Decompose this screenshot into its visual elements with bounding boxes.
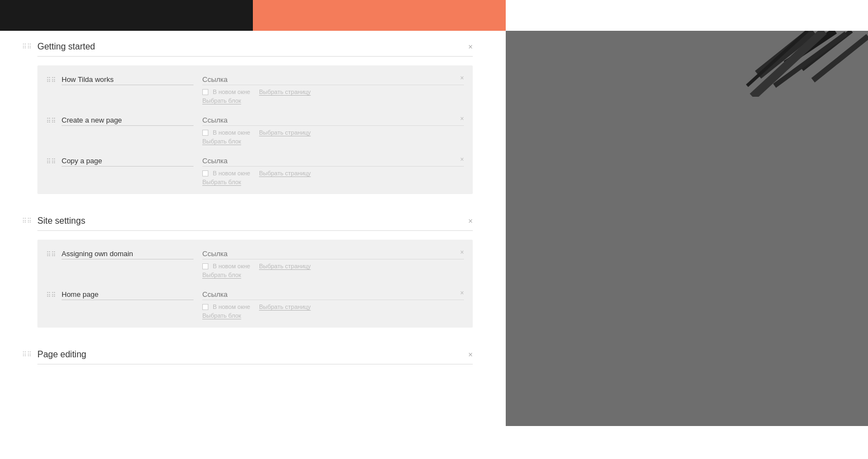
menu-item-label-col (62, 74, 193, 85)
header-right (506, 0, 868, 31)
menu-item-label-col (62, 156, 193, 167)
item-drag-handle[interactable]: ⠿⠿ (46, 248, 57, 258)
menu-item-content: ×В новом окне Выбрать страницуВыбрать бл… (62, 248, 464, 278)
choose-block-button[interactable]: Выбрать блок (202, 138, 464, 145)
new-window-label: В новом окне (213, 170, 250, 176)
choose-page-button[interactable]: Выбрать страницу (259, 263, 311, 269)
menu-item-label-input[interactable] (62, 74, 193, 85)
menu-item: ⠿⠿×В новом окне Выбрать страницуВыбрать … (46, 289, 464, 319)
right-panel (506, 31, 868, 459)
card-site-settings: ⠿⠿×В новом окне Выбрать страницуВыбрать … (37, 240, 473, 328)
section-title-site-settings: Site settings (37, 216, 468, 226)
link-options: В новом окне Выбрать страницу (202, 89, 464, 95)
menu-item-link-input[interactable] (202, 156, 464, 167)
menu-item-link-col: ×В новом окне Выбрать страницуВыбрать бл… (202, 156, 464, 185)
new-window-checkbox[interactable] (202, 170, 208, 176)
header (0, 0, 868, 31)
choose-page-button[interactable]: Выбрать страницу (259, 170, 311, 176)
choose-block-button[interactable]: Выбрать блок (202, 97, 464, 104)
section-drag-handle-page-editing[interactable]: ⠿⠿ (22, 351, 33, 358)
section-header-getting-started: ⠿⠿Getting started× (22, 42, 473, 52)
section-header-site-settings: ⠿⠿Site settings× (22, 216, 473, 226)
section-divider-getting-started (37, 56, 473, 57)
menu-item-link-input[interactable] (202, 289, 464, 300)
menu-item-content: ×В новом окне Выбрать страницуВыбрать бл… (62, 289, 464, 319)
choose-block-button[interactable]: Выбрать блок (202, 272, 464, 278)
section-divider-site-settings (37, 230, 473, 231)
new-window-label: В новом окне (213, 129, 250, 136)
section-group-page-editing: ⠿⠿Page editing× (0, 339, 506, 384)
link-options: В новом окне Выбрать страницу (202, 129, 464, 136)
new-window-checkbox[interactable] (202, 263, 208, 269)
menu-item-link-col: ×В новом окне Выбрать страницуВыбрать бл… (202, 248, 464, 278)
item-drag-handle[interactable]: ⠿⠿ (46, 115, 57, 125)
section-group-getting-started: ⠿⠿Getting started×⠿⠿×В новом окне Выбрат… (0, 31, 506, 205)
section-drag-handle-site-settings[interactable]: ⠿⠿ (22, 217, 33, 225)
menu-item: ⠿⠿×В новом окне Выбрать страницуВыбрать … (46, 74, 464, 104)
card-getting-started: ⠿⠿×В новом окне Выбрать страницуВыбрать … (37, 65, 473, 194)
new-window-label: В новом окне (213, 89, 250, 95)
menu-item-link-col: ×В новом окне Выбрать страницуВыбрать бл… (202, 289, 464, 319)
menu-item-link-input[interactable] (202, 74, 464, 85)
choose-page-button[interactable]: Выбрать страницу (259, 89, 311, 95)
menu-item-label-input[interactable] (62, 248, 193, 259)
choose-block-button[interactable]: Выбрать блок (202, 179, 464, 185)
menu-item-label-col (62, 248, 193, 259)
choose-block-button[interactable]: Выбрать блок (202, 312, 464, 319)
menu-item-content: ×В новом окне Выбрать страницуВыбрать бл… (62, 74, 464, 104)
new-window-label: В новом окне (213, 263, 250, 269)
save-close-button[interactable] (253, 0, 506, 31)
menu-item-content: ×В новом окне Выбрать страницуВыбрать бл… (62, 115, 464, 145)
link-options: В новом окне Выбрать страницу (202, 263, 464, 269)
menu-item: ⠿⠿×В новом окне Выбрать страницуВыбрать … (46, 156, 464, 185)
link-close-icon[interactable]: × (460, 74, 464, 82)
menu-item: ⠿⠿×В новом окне Выбрать страницуВыбрать … (46, 115, 464, 145)
section-header-page-editing: ⠿⠿Page editing× (22, 350, 473, 360)
new-window-checkbox[interactable] (202, 130, 208, 136)
link-close-icon[interactable]: × (460, 115, 464, 123)
menu-item-label-input[interactable] (62, 115, 193, 126)
menu-item-link-input[interactable] (202, 248, 464, 259)
link-close-icon[interactable]: × (460, 289, 464, 297)
menu-item-label-col (62, 289, 193, 300)
link-close-icon[interactable]: × (460, 156, 464, 163)
link-options: В новом окне Выбрать страницу (202, 170, 464, 176)
right-panel-bottom (506, 426, 868, 459)
menu-item-label-input[interactable] (62, 289, 193, 300)
decorative-image (703, 31, 868, 97)
menu-item-link-input[interactable] (202, 115, 464, 126)
choose-page-button[interactable]: Выбрать страницу (259, 129, 311, 136)
menu-item-label-input[interactable] (62, 156, 193, 167)
menu-item-link-col: ×В новом окне Выбрать страницуВыбрать бл… (202, 74, 464, 104)
new-window-checkbox[interactable] (202, 89, 208, 95)
menu-item-link-col: ×В новом окне Выбрать страницуВыбрать бл… (202, 115, 464, 145)
menu-item-content: ×В новом окне Выбрать страницуВыбрать бл… (62, 156, 464, 185)
new-window-label: В новом окне (213, 303, 250, 310)
section-title-page-editing: Page editing (37, 350, 468, 360)
item-drag-handle[interactable]: ⠿⠿ (46, 289, 57, 299)
save-button[interactable] (0, 0, 253, 31)
section-group-site-settings: ⠿⠿Site settings×⠿⠿×В новом окне Выбрать … (0, 205, 506, 339)
menu-item: ⠿⠿×В новом окне Выбрать страницуВыбрать … (46, 248, 464, 278)
left-panel: ⠿⠿Getting started×⠿⠿×В новом окне Выбрат… (0, 31, 506, 459)
new-window-checkbox[interactable] (202, 304, 208, 310)
section-close-page-editing[interactable]: × (468, 350, 473, 359)
choose-page-button[interactable]: Выбрать страницу (259, 303, 311, 310)
menu-item-label-col (62, 115, 193, 126)
main-layout: ⠿⠿Getting started×⠿⠿×В новом окне Выбрат… (0, 31, 868, 459)
item-drag-handle[interactable]: ⠿⠿ (46, 156, 57, 165)
link-close-icon[interactable]: × (460, 248, 464, 256)
section-title-getting-started: Getting started (37, 42, 468, 52)
section-divider-page-editing (37, 364, 473, 364)
link-options: В новом окне Выбрать страницу (202, 303, 464, 310)
section-drag-handle-getting-started[interactable]: ⠿⠿ (22, 43, 33, 51)
section-close-getting-started[interactable]: × (468, 42, 473, 51)
item-drag-handle[interactable]: ⠿⠿ (46, 74, 57, 84)
section-close-site-settings[interactable]: × (468, 217, 473, 225)
